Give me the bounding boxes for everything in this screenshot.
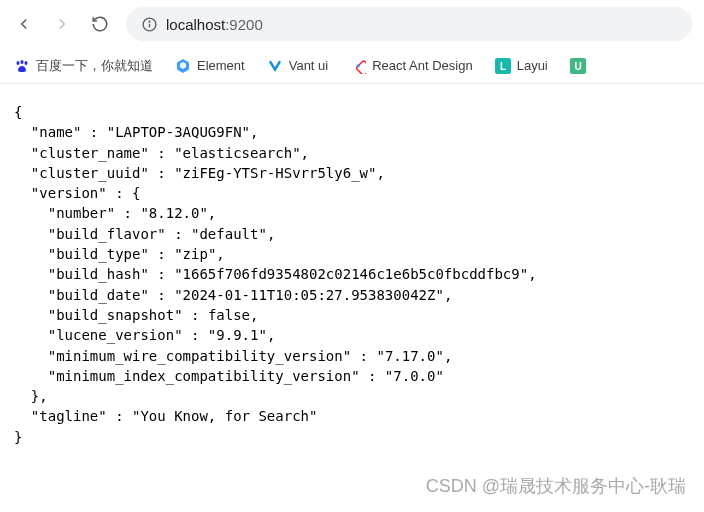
site-info-icon[interactable] [140,15,158,33]
reload-button[interactable] [88,12,112,36]
element-icon [175,58,191,74]
watermark-text: CSDN @瑞晟技术服务中心-耿瑞 [426,474,686,498]
bookmark-react-ant[interactable]: React Ant Design [350,58,472,74]
bookmark-element[interactable]: Element [175,58,245,74]
react-ant-icon [350,58,366,74]
baidu-icon [14,58,30,74]
bookmark-vant[interactable]: Vant ui [267,58,329,74]
bookmark-extra[interactable]: U [570,58,586,74]
back-button[interactable] [12,12,36,36]
bookmark-label: React Ant Design [372,58,472,73]
svg-text:L: L [500,61,506,72]
address-bar[interactable]: localhost:9200 [126,7,692,41]
layui-icon: L [495,58,511,74]
bookmark-layui[interactable]: L Layui [495,58,548,74]
vant-icon [267,58,283,74]
extra-icon: U [570,58,586,74]
forward-button[interactable] [50,12,74,36]
bookmarks-bar: 百度一下，你就知道 Element Vant ui React Ant Desi… [0,48,704,84]
bookmark-label: 百度一下，你就知道 [36,57,153,75]
svg-point-5 [357,64,360,67]
browser-toolbar: localhost:9200 [0,0,704,48]
bookmark-baidu[interactable]: 百度一下，你就知道 [14,57,153,75]
bookmark-label: Element [197,58,245,73]
bookmark-label: Layui [517,58,548,73]
bookmark-label: Vant ui [289,58,329,73]
svg-text:U: U [574,61,581,72]
svg-point-2 [149,21,150,22]
url-text: localhost:9200 [166,16,263,33]
json-response-body: { "name" : "LAPTOP-3AQUG9FN", "cluster_n… [0,84,704,465]
